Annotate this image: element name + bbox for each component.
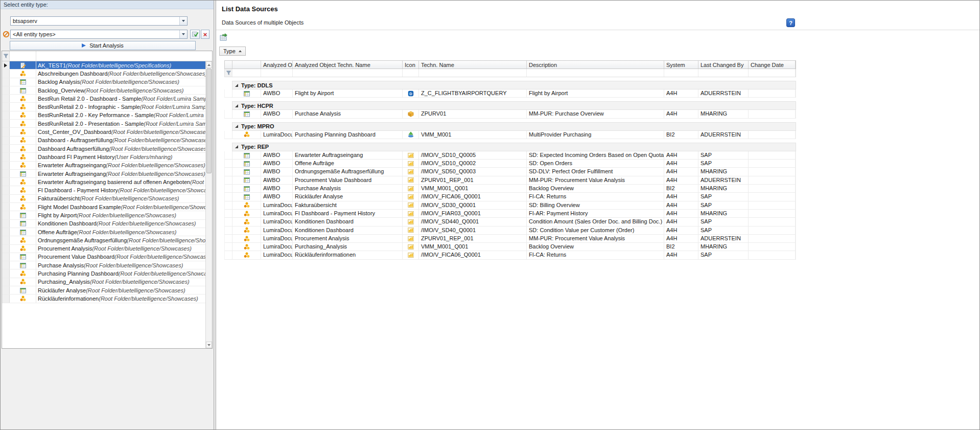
system-select-arrow[interactable] — [179, 17, 187, 25]
datasource-row[interactable]: LumiraDocu... Procurement Analysis ZPURV… — [224, 235, 796, 243]
entity-row[interactable]: Backlog Analysis (Root Folder/bluetellig… — [2, 78, 205, 86]
datasource-row[interactable]: LumiraDocu... Rückläuferinformationen /I… — [224, 251, 796, 259]
filter-cell[interactable] — [293, 69, 403, 77]
clear-filter-button[interactable]: × — [201, 30, 209, 39]
entity-type-select-arrow[interactable] — [179, 30, 187, 38]
entity-row[interactable]: Cost_Center_OV_Dashboard (Root Folder/bl… — [2, 128, 205, 136]
datasource-type-icon — [403, 110, 419, 118]
entity-row[interactable]: Backlog_Overview (Root Folder/bluetellig… — [2, 86, 205, 95]
entity-row[interactable]: Dashboard FI Payment History (User Folde… — [2, 153, 205, 161]
entity-row[interactable]: Dashboard - Auftragserfüllung (Root Fold… — [2, 137, 205, 145]
entity-row[interactable]: Purchasing_Analysis (Root Folder/bluetel… — [2, 278, 205, 286]
group-row[interactable]: Type: DDLS — [232, 81, 796, 89]
entity-row[interactable]: BestRunRetail 2.0 - Key Peformance - Sam… — [2, 111, 205, 120]
entity-row[interactable]: AK_TEST1 (Root Folder/bluetelligence/Spe… — [2, 61, 205, 70]
row-indicator — [2, 286, 10, 294]
entity-filter-cell[interactable] — [2, 51, 10, 61]
column-header-techn-name[interactable]: Techn. Name — [419, 61, 527, 69]
datasource-row[interactable]: LumiraDocu... Konditionen Dashboard /IMO… — [224, 227, 796, 235]
datasource-row[interactable]: AWBO Ordnungsgemäße Auftragserfüllung /I… — [224, 168, 796, 176]
datasource-description: Condition Amount (Sales Order Doc. and B… — [527, 218, 664, 225]
entity-row[interactable]: Ordnungsgemäße Auftragserfüllung (Root F… — [2, 236, 205, 244]
filter-cell[interactable] — [403, 69, 419, 77]
datasource-row[interactable]: AWBO Purchase Analysis ZPURV01 MM-PUR: P… — [224, 110, 796, 118]
datasource-filter-row[interactable] — [224, 69, 796, 77]
column-header-description[interactable]: Description — [527, 61, 664, 69]
entity-row[interactable]: Dashboard Auftragserfüllung (Root Folder… — [2, 145, 205, 153]
datasource-row[interactable]: AWBO Purchase Analysis VMM_M001_Q001 Bac… — [224, 185, 796, 193]
analyzed-object-name: Purchasing Planning Dashboard — [293, 131, 403, 139]
entity-name: Purchasing_Analysis — [38, 279, 90, 285]
filter-cell[interactable] — [749, 69, 796, 77]
column-header-icon[interactable]: Icon — [403, 61, 419, 69]
entity-row[interactable]: Offene Aufträge (Root Folder/bluetellige… — [2, 228, 205, 236]
datasource-row[interactable]: LumiraDocu... FI Dashboard - Payment His… — [224, 210, 796, 218]
entity-row[interactable]: BestRunRetail 2.0 - Infographic - Sample… — [2, 103, 205, 111]
datasource-system: A4H — [664, 89, 698, 97]
group-by-type-button[interactable]: Type — [219, 47, 246, 56]
datasource-row[interactable]: AWBO Flight by Airport Z_C_FLIGHTBYAIRPO… — [224, 89, 796, 98]
entity-row[interactable]: BestRun Retail 2.0 - Dashboard - Sample … — [2, 95, 205, 103]
row-indicator — [2, 153, 10, 161]
scroll-up-button[interactable] — [206, 61, 212, 68]
datasource-row[interactable]: LumiraDocu... Konditionen Dashboard /IMO… — [224, 218, 796, 226]
datasource-row[interactable]: AWBO Rückläufer Analyse /IMO/V_FICA06_Q0… — [224, 193, 796, 201]
datasource-row[interactable]: LumiraDocu... Purchasing Planning Dashbo… — [224, 131, 796, 139]
entity-name-column-header[interactable] — [36, 51, 212, 61]
filter-cell[interactable] — [232, 69, 261, 77]
filter-cell[interactable] — [698, 69, 749, 77]
datasource-row[interactable]: AWBO Erwarteter Auftragseingang /IMO/V_S… — [224, 151, 796, 160]
column-header-analyzed-object[interactable]: Analyzed Ob... — [261, 61, 293, 69]
entity-row[interactable]: Abschreibungen Dashboard (Root Folder/bl… — [2, 70, 205, 78]
group-row[interactable]: Type: REP — [232, 143, 796, 151]
scrollbar-thumb[interactable] — [206, 69, 212, 173]
entity-row[interactable]: Konditionen Dashboard (Root Folder/bluet… — [2, 220, 205, 228]
entity-row[interactable]: Rückläufer Analyse (Root Folder/bluetell… — [2, 286, 205, 295]
entity-row[interactable]: Purchase Analysis (Root Folder/bluetelli… — [2, 261, 205, 269]
datasource-change-date — [749, 89, 796, 97]
analyzed-object-icon — [232, 176, 261, 184]
entity-type-select[interactable]: <All entity types> — [10, 30, 188, 39]
chevron-down-icon — [207, 344, 211, 346]
filter-cell[interactable] — [527, 69, 664, 77]
filter-cell[interactable] — [261, 69, 293, 77]
group-row[interactable]: Type: MPRO — [232, 122, 796, 131]
entity-row[interactable]: Flight by Airport (Root Folder/bluetelli… — [2, 211, 205, 219]
datasource-row[interactable]: LumiraDocu... Purchasing_Analysis VMM_M0… — [224, 243, 796, 251]
scrollbar[interactable] — [205, 61, 212, 348]
entity-row[interactable]: Flight Model Dashboard Example (Root Fol… — [2, 203, 205, 211]
filter-cell[interactable] — [664, 69, 698, 77]
column-header-row-icon[interactable] — [232, 61, 261, 69]
entity-row[interactable]: Erwarteter Auftragseingang basierend auf… — [2, 178, 205, 186]
entity-row[interactable]: Procurement Analysis (Root Folder/bluete… — [2, 245, 205, 253]
column-header-change-date[interactable]: Change Date — [749, 61, 796, 69]
entity-row[interactable]: Erwarteter Auftragseingang (Root Folder/… — [2, 162, 205, 170]
entity-row[interactable]: Fakturaübersicht (Root Folder/bluetellig… — [2, 195, 205, 203]
column-header-system[interactable]: System — [664, 61, 698, 69]
datasource-row[interactable]: AWBO Offene Aufträge /IMO/V_SD10_Q0002 S… — [224, 160, 796, 168]
group-row[interactable]: Type: HCPR — [232, 101, 796, 110]
datasource-description: FI-CA: Returns — [527, 193, 664, 200]
datasource-row[interactable]: AWBO Procurement Value Dashboard ZPURV01… — [224, 176, 796, 185]
entity-row[interactable]: Rückläuferinformationen (Root Folder/blu… — [2, 295, 205, 303]
entity-icon — [10, 61, 36, 69]
entity-row[interactable]: Purchasing Planning Dashboard (Root Fold… — [2, 269, 205, 278]
system-select[interactable]: btsapserv — [10, 16, 188, 26]
datasource-row[interactable]: LumiraDocu... Fakturaübersicht /IMO/V_SD… — [224, 201, 796, 210]
entity-row[interactable]: FI Dashboard - Payment History (Root Fol… — [2, 186, 205, 194]
entity-row[interactable]: Erwarteter Auftragseingang (Root Folder/… — [2, 170, 205, 178]
help-button[interactable]: ? — [786, 18, 795, 27]
entity-icon-column-header[interactable] — [10, 51, 36, 61]
entity-row[interactable]: BestRunRetail 2.0 - Presentation - Sampl… — [2, 120, 205, 128]
row-indicator-cell — [225, 176, 232, 184]
entity-row[interactable]: Procurement Value Dashboard (Root Folder… — [2, 253, 205, 261]
datasource-type-icon — [403, 168, 419, 175]
apply-filter-button[interactable] — [190, 30, 200, 39]
start-analysis-button[interactable]: Start Analysis — [10, 41, 196, 50]
column-header-analyzed-object-techn-name[interactable]: Analyzed Object Techn. Name — [293, 61, 403, 69]
scroll-down-button[interactable] — [206, 342, 212, 348]
datasource-techn-name: Z_C_FLIGHTBYAIRPORTQUERY — [419, 89, 527, 97]
filter-cell[interactable] — [419, 69, 527, 77]
column-header-last-changed-by[interactable]: Last Changed By — [698, 61, 749, 69]
export-button[interactable] — [219, 33, 228, 41]
